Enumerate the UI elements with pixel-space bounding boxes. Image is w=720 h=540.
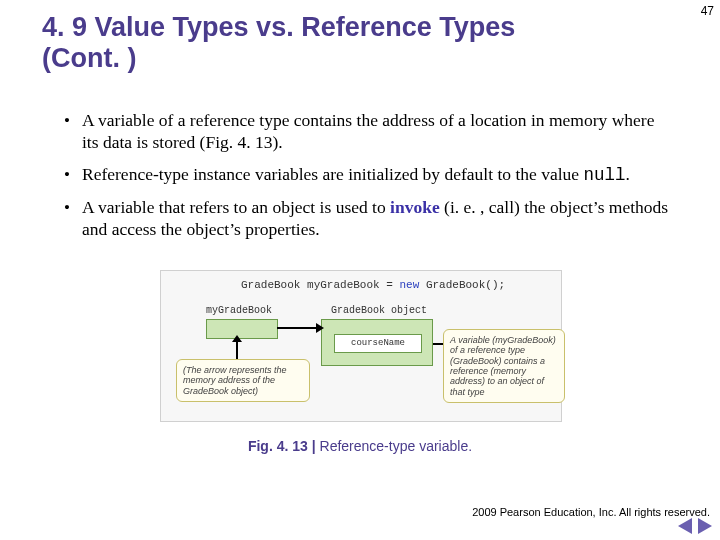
figure-reference-variable: GradeBook myGradeBook = new GradeBook();…	[160, 270, 562, 422]
figure-code-line: GradeBook myGradeBook = new GradeBook();	[241, 279, 505, 291]
object-field: courseName	[334, 334, 422, 353]
page-number: 47	[701, 4, 714, 18]
bullet-item: Reference-type instance variables are in…	[64, 164, 674, 187]
code-var: myGradeBook	[307, 279, 380, 291]
nav-controls	[676, 518, 712, 538]
prev-slide-icon[interactable]	[678, 518, 692, 534]
figure-caption-number: Fig. 4. 13 |	[248, 438, 320, 454]
variable-box	[206, 319, 278, 339]
copyright: 2009 Pearson Education, Inc. All rights …	[472, 506, 710, 518]
reference-arrow-head-icon	[316, 323, 324, 333]
variable-label: myGradeBook	[206, 305, 272, 316]
bullet-item: A variable that refers to an object is u…	[64, 197, 674, 241]
reference-arrow-line-icon	[277, 327, 321, 329]
slide: 47 4. 9 Value Types vs. Reference Types …	[0, 0, 720, 540]
bullet-item: A variable of a reference type contains …	[64, 110, 674, 154]
bullet-text: Reference-type instance variables are in…	[82, 164, 583, 184]
object-label: GradeBook object	[331, 305, 427, 316]
code-eq: =	[380, 279, 400, 291]
code-keyword-new: new	[399, 279, 419, 291]
keyword-invoke: invoke	[390, 197, 440, 217]
bullet-text: A variable that refers to an object is u…	[82, 197, 390, 217]
figure-caption-text: Reference-type variable.	[320, 438, 473, 454]
code-type: GradeBook	[241, 279, 300, 291]
callout-connector-left-icon	[236, 339, 238, 359]
inline-code: null	[583, 165, 625, 185]
callout-left: (The arrow represents the memory address…	[176, 359, 310, 402]
callout-right: A variable (myGradeBook) of a reference …	[443, 329, 565, 403]
object-box: courseName	[321, 319, 433, 366]
figure-caption: Fig. 4. 13 | Reference-type variable.	[0, 438, 720, 454]
callout-connector-left-head-icon	[232, 335, 242, 342]
code-ctor: GradeBook();	[419, 279, 505, 291]
next-slide-icon[interactable]	[698, 518, 712, 534]
bullet-list: A variable of a reference type contains …	[64, 110, 674, 250]
bullet-text: .	[625, 164, 629, 184]
slide-title: 4. 9 Value Types vs. Reference Types (Co…	[42, 12, 562, 74]
bullet-text: A variable of a reference type contains …	[82, 110, 654, 152]
